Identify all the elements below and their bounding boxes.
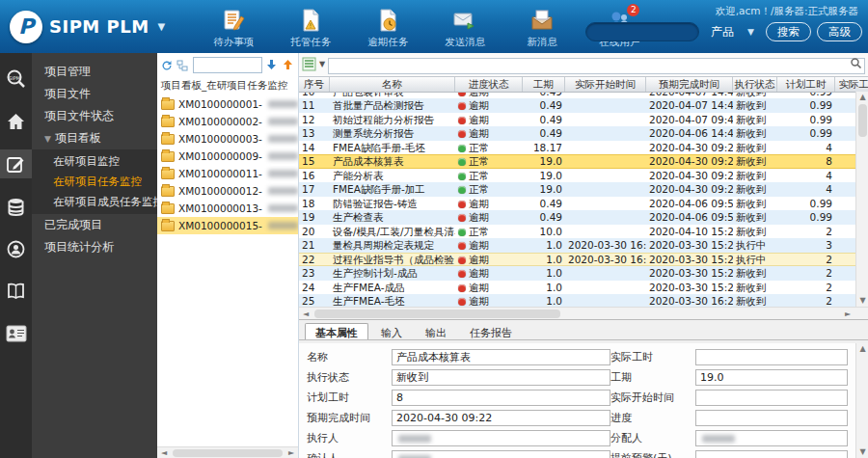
nav-item[interactable]: 项目文件状态: [32, 105, 157, 127]
scroll-down-icon[interactable]: ▼: [856, 295, 868, 307]
locate-up-icon[interactable]: [282, 59, 295, 72]
tab-任务报告[interactable]: 任务报告: [459, 323, 523, 339]
collapse-tree-icon[interactable]: [176, 59, 190, 72]
scrollbar-thumb[interactable]: [173, 449, 283, 457]
column-header[interactable]: 序号: [299, 77, 330, 92]
toolbar-delegated-task[interactable]: !托管任务: [283, 8, 339, 49]
column-header[interactable]: 执行状态: [733, 77, 777, 92]
column-header[interactable]: 实际开始时间: [565, 77, 646, 92]
rail-item-database[interactable]: [0, 192, 32, 221]
field-input[interactable]: [392, 450, 610, 458]
rail-item-support[interactable]: [0, 234, 32, 263]
table-row[interactable]: 18防错验证报告-铸造逾期0.492020-04-06 09:50新收到0.99: [299, 197, 868, 211]
nav-item[interactable]: 项目统计分析: [32, 236, 157, 258]
tree-item-project[interactable]: XM0100000003-: [157, 130, 298, 148]
table-row[interactable]: 11首批量产品检测报告逾期0.492020-04-07 14:41新收到0.99: [299, 98, 868, 113]
tree-search-input[interactable]: [193, 57, 262, 73]
table-row[interactable]: 25生产FMEA-毛坯逾期1.02020-03-30 16:20新收到2: [299, 294, 868, 307]
column-header[interactable]: 预期完成时间: [646, 77, 733, 92]
column-header[interactable]: 进度状态: [455, 77, 523, 92]
tree-item-project[interactable]: XM0100000013-: [157, 200, 298, 217]
scroll-up-icon[interactable]: ▲: [856, 343, 868, 355]
view-options-chevron-icon[interactable]: ▼: [319, 60, 325, 68]
search-button[interactable]: 搜索: [766, 22, 811, 41]
tree-item-project[interactable]: XM0100000012-: [157, 182, 298, 200]
table-row[interactable]: 14FMEA缺陷手册-毛坯正常18.172020-04-30 09:22新收到4: [299, 141, 868, 155]
table-filter-input[interactable]: [328, 58, 865, 74]
locate-down-icon[interactable]: [265, 59, 279, 72]
global-search-input[interactable]: [585, 22, 699, 41]
scroll-left-icon[interactable]: ◄: [299, 310, 312, 318]
field-input[interactable]: [695, 430, 848, 446]
scroll-right-icon[interactable]: ►: [841, 310, 854, 318]
tree-item-project[interactable]: XM0100000015-: [157, 217, 298, 234]
table-row[interactable]: 21量检具周期检定表规定逾期1.02020-03-30 16:562020-03…: [299, 238, 868, 253]
table-row[interactable]: 12初始过程能力分析报告逾期0.492020-04-07 09:43新收到0.9…: [299, 113, 868, 127]
field-input[interactable]: 产品成本核算表: [392, 349, 610, 365]
tree-horizontal-scrollbar[interactable]: ◄ ►: [157, 446, 298, 458]
nav-item[interactable]: 在研项目任务监控: [32, 172, 157, 192]
toolbar-send-message[interactable]: 发送消息: [437, 8, 493, 49]
column-header[interactable]: 计划工时: [777, 77, 835, 92]
column-header[interactable]: 实际工时: [835, 77, 868, 92]
scroll-right-icon[interactable]: ►: [285, 448, 298, 457]
field-input[interactable]: 新收到: [392, 369, 610, 386]
tree-item-project[interactable]: XM0100000002-: [157, 113, 298, 130]
tree-item-project[interactable]: XM0100000001-: [157, 95, 298, 113]
tab-基本属性[interactable]: 基本属性: [305, 323, 368, 339]
scroll-up-icon[interactable]: ▲: [856, 92, 868, 103]
scroll-left-icon[interactable]: ◄: [157, 448, 171, 457]
nav-item[interactable]: ▼项目看板: [32, 127, 157, 149]
toolbar-todo-list[interactable]: 待办事项: [205, 8, 261, 49]
nav-item[interactable]: 已完成项目: [32, 214, 157, 236]
tree-item-project[interactable]: XM0100000009-: [157, 148, 298, 165]
table-row[interactable]: 23生产控制计划-成品逾期1.02020-03-30 15:26新收到2: [299, 266, 868, 281]
rail-item-edit[interactable]: [0, 149, 32, 178]
scroll-down-icon[interactable]: ▼: [856, 446, 868, 458]
rail-item-id-card[interactable]: [0, 319, 32, 348]
field-input[interactable]: 19.0: [695, 369, 848, 386]
detail-vertical-scrollbar[interactable]: ▲ ▼: [855, 343, 868, 458]
table-row[interactable]: 15产品成本核算表正常19.02020-04-30 09:22新收到8: [299, 154, 868, 169]
tree-item-project[interactable]: XM0100000011-: [157, 165, 298, 182]
field-input[interactable]: [695, 410, 848, 426]
rail-item-home[interactable]: [0, 107, 32, 136]
nav-item[interactable]: 在研项目成员任务监控: [32, 192, 157, 212]
column-header[interactable]: 工期: [523, 77, 565, 92]
field-input[interactable]: 8: [392, 390, 610, 406]
magnifier-icon[interactable]: [850, 57, 862, 75]
tab-输入[interactable]: 输入: [370, 323, 413, 339]
table-row[interactable]: 19生产检查表逾期0.492020-04-06 09:50新收到0.99: [299, 210, 868, 225]
advanced-search-button[interactable]: 高级: [817, 22, 862, 41]
field-input[interactable]: 2020-04-30 09:22: [392, 410, 610, 426]
field-input[interactable]: [392, 430, 610, 446]
table-row[interactable]: 20设备/模具/工装/刀量检具清单正常10.02020-04-10 15:26新…: [299, 225, 868, 239]
table-row[interactable]: 16产能分析表正常19.02020-04-30 09:22新收到4: [299, 169, 868, 183]
field-input[interactable]: [695, 390, 848, 406]
table-row[interactable]: 17FMEA缺陷手册-加工正常19.02020-04-30 09:22新收到4: [299, 182, 868, 197]
table-row[interactable]: 24生产FMEA-成品逾期1.02020-03-30 15:26新收到2: [299, 281, 868, 295]
column-header[interactable]: 名称: [330, 77, 455, 92]
scrollbar-thumb[interactable]: [314, 310, 560, 318]
nav-item[interactable]: 在研项目监控: [32, 151, 157, 172]
refresh-icon[interactable]: [160, 59, 174, 72]
table-row[interactable]: 22过程作业指导书（成品检验）逾期1.02020-03-30 16:582020…: [299, 253, 868, 267]
tab-输出[interactable]: 输出: [415, 323, 457, 339]
rail-item-book[interactable]: [0, 277, 32, 306]
nav-item[interactable]: 项目管理: [32, 61, 157, 83]
brand-chevron-down-icon[interactable]: ▼: [158, 21, 166, 32]
table-horizontal-scrollbar[interactable]: ◄ ►: [299, 307, 868, 319]
search-scope-select[interactable]: 产品 ▼: [705, 24, 760, 40]
rail-item-search-logo[interactable]: SIPM: [0, 65, 32, 94]
field-input[interactable]: [695, 349, 848, 365]
table-vertical-scrollbar[interactable]: ▲ ▼: [855, 92, 868, 308]
toolbar-overdue-task[interactable]: 逾期任务: [360, 8, 416, 49]
field-input[interactable]: [695, 450, 848, 458]
scrollbar-thumb[interactable]: [858, 104, 867, 137]
brand[interactable]: P SIPM PLM ▼: [0, 0, 178, 53]
toolbar-new-message[interactable]: 新消息: [514, 8, 570, 49]
tree-root-node[interactable]: 项目看板_在研项目任务监控: [157, 76, 298, 95]
table-row[interactable]: 13测量系统分析报告逾期0.492020-04-06 14:47新收到0.99: [299, 126, 868, 141]
view-options-icon[interactable]: [302, 57, 316, 71]
nav-item[interactable]: 项目文件: [32, 83, 157, 105]
